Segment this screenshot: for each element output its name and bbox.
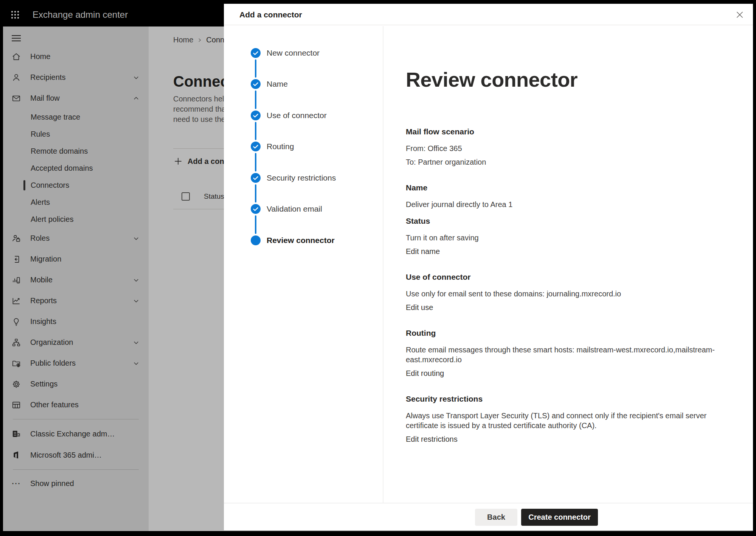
wizard-step-use-of-connector: Use of connector (251, 111, 327, 120)
back-button[interactable]: Back (475, 509, 517, 526)
step-connector-line (255, 215, 256, 234)
step-label: New connector (267, 48, 320, 58)
mail-flow-to: To: Partner organization (406, 157, 735, 167)
step-completed-check-icon (251, 79, 261, 89)
wizard-step-new-connector: New connector (251, 48, 320, 58)
step-connector-line (255, 59, 256, 78)
mail-flow-from: From: Office 365 (406, 143, 735, 153)
wizard-step-name: Name (251, 79, 288, 89)
step-completed-check-icon (251, 111, 261, 120)
step-completed-check-icon (251, 48, 261, 58)
use-of-connector-value: Use only for email sent to these domains… (406, 289, 735, 299)
section-heading-routing: Routing (406, 328, 735, 338)
step-completed-check-icon (251, 204, 261, 214)
exchange-admin-center-app: Exchange admin center Home Recipien (3, 3, 753, 531)
stepper-content-divider (383, 26, 383, 503)
section-heading-name: Name (406, 183, 735, 193)
review-connector-panel: Review connector Mail flow scenario From… (406, 67, 735, 444)
close-icon[interactable] (735, 10, 745, 20)
step-label: Review connector (267, 236, 335, 245)
screenshot-frame: Exchange admin center Home Recipien (0, 0, 756, 536)
step-label: Security restrictions (267, 173, 336, 182)
wizard-step-routing: Routing (251, 142, 294, 151)
step-label: Routing (267, 142, 294, 151)
step-label: Validation email (267, 204, 322, 213)
dialog-header: Add a connector (224, 4, 753, 25)
edit-restrictions-link[interactable]: Edit restrictions (406, 434, 458, 444)
create-connector-button[interactable]: Create connector (521, 509, 598, 526)
step-label: Name (267, 79, 288, 89)
step-label: Use of connector (267, 111, 327, 120)
wizard-step-validation-email: Validation email (251, 204, 322, 214)
step-connector-line (255, 122, 256, 140)
dialog-title: Add a connector (239, 4, 302, 25)
edit-routing-link[interactable]: Edit routing (406, 368, 444, 378)
step-connector-line (255, 90, 256, 109)
step-completed-check-icon (251, 173, 261, 183)
step-completed-check-icon (251, 142, 261, 151)
section-heading-use-of-connector: Use of connector (406, 272, 735, 282)
dialog-footer: Back Create connector (224, 503, 753, 530)
add-connector-dialog: Add a connector New connector Name (224, 4, 753, 530)
security-restrictions-value: Always use Transport Layer Security (TLS… (406, 411, 735, 430)
section-heading-mail-flow-scenario: Mail flow scenario (406, 127, 735, 137)
section-heading-security-restrictions: Security restrictions (406, 394, 735, 404)
step-current-dot-icon (251, 235, 261, 245)
section-heading-status: Status (406, 216, 735, 226)
step-connector-line (255, 184, 256, 203)
status-value: Turn it on after saving (406, 233, 735, 243)
connector-name-value: Deliver journal directly to Area 1 (406, 199, 735, 209)
wizard-step-review-connector: Review connector (251, 235, 335, 245)
wizard-step-security-restrictions: Security restrictions (251, 173, 336, 183)
routing-value: Route email messages through these smart… (406, 345, 735, 365)
edit-name-link[interactable]: Edit name (406, 246, 440, 256)
review-heading: Review connector (406, 67, 735, 92)
step-connector-line (255, 153, 256, 171)
edit-use-link[interactable]: Edit use (406, 302, 433, 312)
